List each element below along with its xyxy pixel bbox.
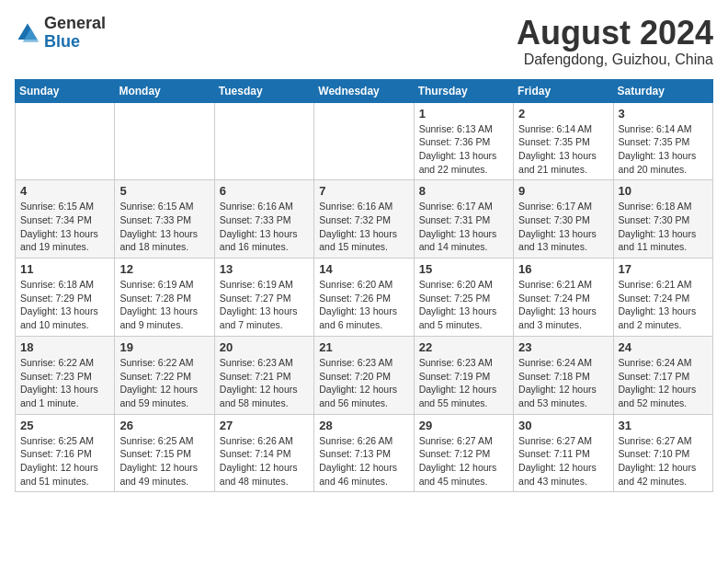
page-header: General Blue August 2024 Dafengdong, Gui… xyxy=(15,15,713,68)
calendar-cell: 21Sunrise: 6:23 AMSunset: 7:20 PMDayligh… xyxy=(314,336,414,414)
calendar-cell: 20Sunrise: 6:23 AMSunset: 7:21 PMDayligh… xyxy=(214,336,313,414)
calendar-cell: 30Sunrise: 6:27 AMSunset: 7:11 PMDayligh… xyxy=(514,414,613,492)
day-number: 12 xyxy=(119,262,209,276)
day-number: 2 xyxy=(518,107,608,121)
day-number: 23 xyxy=(518,340,608,354)
calendar-cell: 17Sunrise: 6:21 AMSunset: 7:24 PMDayligh… xyxy=(613,259,712,337)
day-info: Sunrise: 6:24 AMSunset: 7:18 PMDaylight:… xyxy=(518,356,608,410)
day-info: Sunrise: 6:17 AMSunset: 7:31 PMDaylight:… xyxy=(419,200,508,254)
calendar-cell: 26Sunrise: 6:25 AMSunset: 7:15 PMDayligh… xyxy=(115,414,214,492)
day-number: 14 xyxy=(319,262,408,276)
day-number: 22 xyxy=(419,340,508,354)
calendar-week-5: 25Sunrise: 6:25 AMSunset: 7:16 PMDayligh… xyxy=(16,414,713,492)
calendar-week-2: 4Sunrise: 6:15 AMSunset: 7:34 PMDaylight… xyxy=(16,180,713,259)
day-info: Sunrise: 6:22 AMSunset: 7:23 PMDaylight:… xyxy=(20,356,109,410)
day-number: 21 xyxy=(319,340,408,354)
calendar-header-wednesday: Wednesday xyxy=(314,79,414,102)
day-number: 28 xyxy=(319,419,408,432)
calendar-cell: 27Sunrise: 6:26 AMSunset: 7:14 PMDayligh… xyxy=(214,414,313,492)
location-subtitle: Dafengdong, Guizhou, China xyxy=(517,52,713,68)
day-number: 25 xyxy=(20,419,109,432)
calendar-week-4: 18Sunrise: 6:22 AMSunset: 7:23 PMDayligh… xyxy=(16,336,713,414)
calendar-cell: 5Sunrise: 6:15 AMSunset: 7:33 PMDaylight… xyxy=(115,180,214,259)
day-number: 31 xyxy=(619,419,708,432)
day-number: 18 xyxy=(20,340,109,354)
calendar-cell: 8Sunrise: 6:17 AMSunset: 7:31 PMDaylight… xyxy=(414,180,513,259)
day-info: Sunrise: 6:27 AMSunset: 7:11 PMDaylight:… xyxy=(518,434,608,488)
day-info: Sunrise: 6:14 AMSunset: 7:35 PMDaylight:… xyxy=(619,122,708,177)
day-number: 26 xyxy=(119,419,209,432)
calendar-cell xyxy=(214,102,313,180)
calendar-week-3: 11Sunrise: 6:18 AMSunset: 7:29 PMDayligh… xyxy=(16,259,713,337)
day-info: Sunrise: 6:26 AMSunset: 7:14 PMDaylight:… xyxy=(220,434,309,488)
calendar-cell: 23Sunrise: 6:24 AMSunset: 7:18 PMDayligh… xyxy=(514,336,613,414)
day-info: Sunrise: 6:18 AMSunset: 7:30 PMDaylight:… xyxy=(619,200,708,254)
day-info: Sunrise: 6:25 AMSunset: 7:16 PMDaylight:… xyxy=(20,434,109,488)
logo: General Blue xyxy=(15,15,106,52)
calendar-cell: 6Sunrise: 6:16 AMSunset: 7:33 PMDaylight… xyxy=(214,180,313,259)
day-number: 3 xyxy=(619,107,708,121)
calendar-cell: 24Sunrise: 6:24 AMSunset: 7:17 PMDayligh… xyxy=(613,336,712,414)
calendar-cell: 11Sunrise: 6:18 AMSunset: 7:29 PMDayligh… xyxy=(16,259,115,337)
day-info: Sunrise: 6:18 AMSunset: 7:29 PMDaylight:… xyxy=(20,278,109,332)
day-info: Sunrise: 6:22 AMSunset: 7:22 PMDaylight:… xyxy=(119,356,209,410)
day-info: Sunrise: 6:19 AMSunset: 7:27 PMDaylight:… xyxy=(220,278,309,332)
day-number: 5 xyxy=(119,184,209,198)
logo-general-text: General xyxy=(44,14,106,32)
calendar-week-1: 1Sunrise: 6:13 AMSunset: 7:36 PMDaylight… xyxy=(16,102,713,180)
day-info: Sunrise: 6:14 AMSunset: 7:35 PMDaylight:… xyxy=(518,122,608,177)
day-number: 19 xyxy=(119,340,209,354)
day-info: Sunrise: 6:16 AMSunset: 7:33 PMDaylight:… xyxy=(220,200,309,254)
day-info: Sunrise: 6:19 AMSunset: 7:28 PMDaylight:… xyxy=(119,278,209,332)
day-number: 16 xyxy=(518,262,608,276)
calendar-cell: 19Sunrise: 6:22 AMSunset: 7:22 PMDayligh… xyxy=(115,336,214,414)
day-info: Sunrise: 6:23 AMSunset: 7:20 PMDaylight:… xyxy=(319,356,408,410)
calendar-table: SundayMondayTuesdayWednesdayThursdayFrid… xyxy=(15,79,713,493)
calendar-header-monday: Monday xyxy=(115,79,214,102)
calendar-cell: 18Sunrise: 6:22 AMSunset: 7:23 PMDayligh… xyxy=(16,336,115,414)
day-info: Sunrise: 6:27 AMSunset: 7:12 PMDaylight:… xyxy=(419,434,508,488)
calendar-cell: 31Sunrise: 6:27 AMSunset: 7:10 PMDayligh… xyxy=(613,414,712,492)
day-info: Sunrise: 6:20 AMSunset: 7:25 PMDaylight:… xyxy=(419,278,508,332)
calendar-cell: 28Sunrise: 6:26 AMSunset: 7:13 PMDayligh… xyxy=(314,414,414,492)
calendar-cell: 9Sunrise: 6:17 AMSunset: 7:30 PMDaylight… xyxy=(514,180,613,259)
day-info: Sunrise: 6:21 AMSunset: 7:24 PMDaylight:… xyxy=(518,278,608,332)
calendar-header-tuesday: Tuesday xyxy=(214,79,313,102)
day-number: 20 xyxy=(220,340,309,354)
calendar-header-friday: Friday xyxy=(514,79,613,102)
day-number: 6 xyxy=(220,184,309,198)
calendar-cell: 4Sunrise: 6:15 AMSunset: 7:34 PMDaylight… xyxy=(16,180,115,259)
calendar-cell: 7Sunrise: 6:16 AMSunset: 7:32 PMDaylight… xyxy=(314,180,414,259)
calendar-cell: 16Sunrise: 6:21 AMSunset: 7:24 PMDayligh… xyxy=(514,259,613,337)
calendar-cell xyxy=(314,102,414,180)
calendar-cell: 1Sunrise: 6:13 AMSunset: 7:36 PMDaylight… xyxy=(414,102,513,180)
calendar-cell xyxy=(115,102,214,180)
day-number: 11 xyxy=(20,262,109,276)
day-info: Sunrise: 6:27 AMSunset: 7:10 PMDaylight:… xyxy=(619,434,708,488)
calendar-cell: 25Sunrise: 6:25 AMSunset: 7:16 PMDayligh… xyxy=(16,414,115,492)
calendar-cell: 2Sunrise: 6:14 AMSunset: 7:35 PMDaylight… xyxy=(514,102,613,180)
day-info: Sunrise: 6:21 AMSunset: 7:24 PMDaylight:… xyxy=(619,278,708,332)
day-number: 15 xyxy=(419,262,508,276)
calendar-cell: 14Sunrise: 6:20 AMSunset: 7:26 PMDayligh… xyxy=(314,259,414,337)
day-number: 10 xyxy=(619,184,708,198)
day-number: 13 xyxy=(220,262,309,276)
day-number: 27 xyxy=(220,419,309,432)
day-number: 1 xyxy=(419,107,508,121)
calendar-cell: 3Sunrise: 6:14 AMSunset: 7:35 PMDaylight… xyxy=(613,102,712,180)
calendar-cell xyxy=(16,102,115,180)
calendar-header-row: SundayMondayTuesdayWednesdayThursdayFrid… xyxy=(16,79,713,102)
day-number: 17 xyxy=(619,262,708,276)
calendar-cell: 10Sunrise: 6:18 AMSunset: 7:30 PMDayligh… xyxy=(613,180,712,259)
day-number: 4 xyxy=(20,184,109,198)
calendar-cell: 13Sunrise: 6:19 AMSunset: 7:27 PMDayligh… xyxy=(214,259,313,337)
calendar-header-saturday: Saturday xyxy=(613,79,712,102)
day-info: Sunrise: 6:23 AMSunset: 7:21 PMDaylight:… xyxy=(220,356,309,410)
day-info: Sunrise: 6:15 AMSunset: 7:33 PMDaylight:… xyxy=(119,200,209,254)
day-number: 30 xyxy=(518,419,608,432)
calendar-cell: 29Sunrise: 6:27 AMSunset: 7:12 PMDayligh… xyxy=(414,414,513,492)
day-number: 24 xyxy=(619,340,708,354)
day-number: 7 xyxy=(319,184,408,198)
calendar-header-sunday: Sunday xyxy=(16,79,115,102)
day-info: Sunrise: 6:16 AMSunset: 7:32 PMDaylight:… xyxy=(319,200,408,254)
